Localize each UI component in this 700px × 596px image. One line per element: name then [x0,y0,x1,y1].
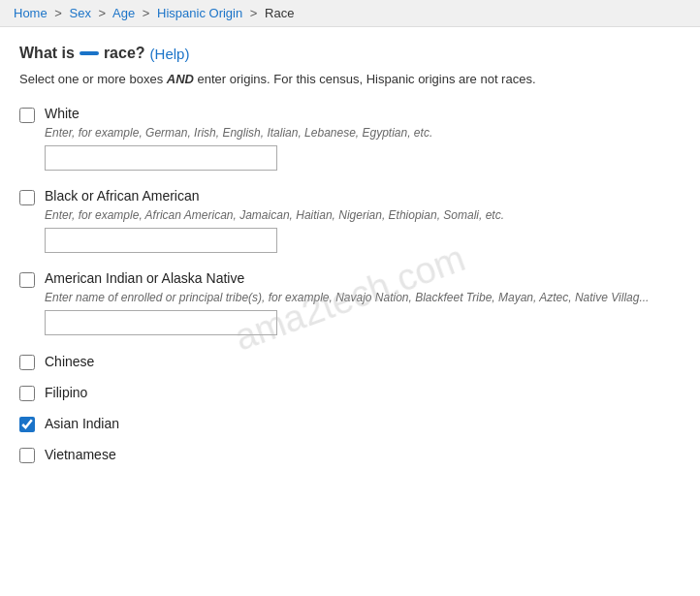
hint-black: Enter, for example, African American, Ja… [45,208,681,222]
question-suffix: race? [104,45,145,62]
race-option-vietnamese: Vietnamese [19,446,681,463]
label-white[interactable]: White [45,106,80,121]
label-aian[interactable]: American Indian or Alaska Native [45,270,244,286]
checkbox-chinese[interactable] [19,355,35,370]
label-black[interactable]: Black or African American [45,188,200,204]
breadcrumb-current: Race [265,6,294,20]
label-chinese[interactable]: Chinese [45,354,94,369]
breadcrumb: Home > Sex > Age > Hispanic Origin > Rac… [0,0,700,27]
checkbox-white[interactable] [19,108,35,123]
checkbox-filipino[interactable] [19,386,35,401]
hint-aian: Enter name of enrolled or principal trib… [45,291,681,304]
label-filipino[interactable]: Filipino [45,385,87,400]
race-option-black: Black or African American Enter, for exa… [19,188,681,253]
breadcrumb-sex[interactable]: Sex [70,6,91,20]
race-option-chinese: Chinese [19,353,681,370]
breadcrumb-sep-4: > [250,6,258,20]
breadcrumb-age[interactable]: Age [112,6,135,20]
text-input-white[interactable] [45,145,277,171]
instructions-suffix: enter origins. For this census, Hispanic… [194,72,536,86]
instructions: Select one or more boxes AND enter origi… [19,72,681,86]
checkbox-aian[interactable] [19,272,35,288]
breadcrumb-sep-1: > [54,6,62,20]
help-link[interactable]: (Help) [150,46,190,62]
race-option-aian: American Indian or Alaska Native Enter n… [19,270,681,335]
text-input-black[interactable] [45,228,277,253]
breadcrumb-sep-2: > [99,6,107,20]
checkbox-vietnamese[interactable] [19,448,35,463]
instructions-bold: AND [167,72,194,86]
respondent-name [80,51,99,55]
main-content: What is race? (Help) Select one or more … [0,27,700,494]
breadcrumb-home[interactable]: Home [14,6,48,20]
hint-white: Enter, for example, German, Irish, Engli… [45,126,681,140]
race-option-white: White Enter, for example, German, Irish,… [19,106,681,171]
label-asian-indian[interactable]: Asian Indian [45,416,119,431]
checkbox-black[interactable] [19,190,35,205]
race-option-filipino: Filipino [19,384,681,401]
breadcrumb-sep-3: > [143,6,150,20]
question-heading: What is race? (Help) [19,45,681,62]
question-prefix: What is [19,45,75,62]
label-vietnamese[interactable]: Vietnamese [45,447,116,462]
text-input-aian[interactable] [45,310,277,335]
checkbox-asian-indian[interactable] [19,417,35,432]
race-option-asian-indian: Asian Indian [19,415,681,432]
instructions-prefix: Select one or more boxes [19,72,167,86]
breadcrumb-hispanic-origin[interactable]: Hispanic Origin [157,6,242,20]
